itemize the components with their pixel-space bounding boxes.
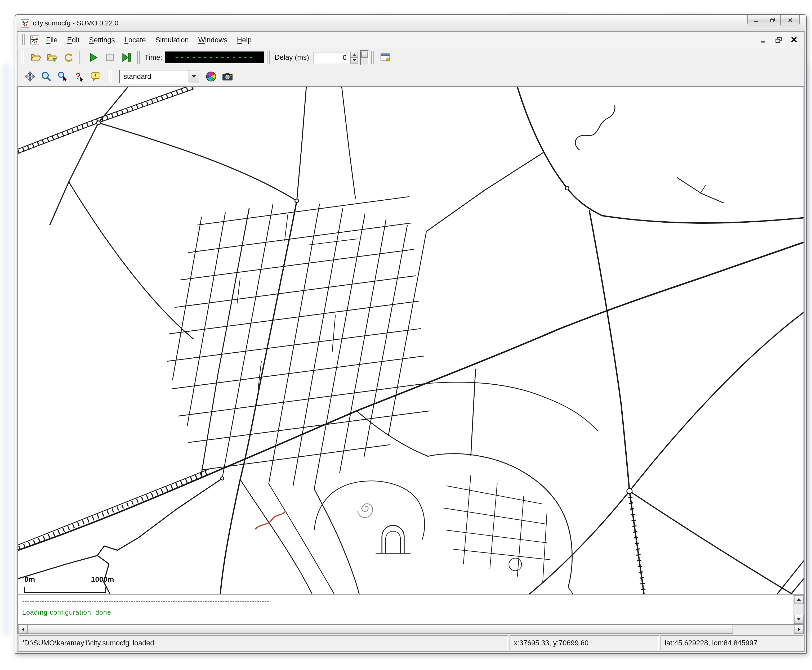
stop-button[interactable] (103, 51, 117, 64)
delay-dial[interactable] (361, 50, 369, 65)
down-arrow-icon (353, 59, 356, 61)
scroll-left-button[interactable] (18, 625, 27, 634)
mdi-minimize-icon (760, 36, 767, 43)
road (285, 215, 288, 241)
delay-increase-button[interactable] (350, 52, 358, 58)
zoom-button[interactable] (40, 70, 53, 83)
scale-end-label: 1000m (91, 575, 114, 584)
delay-input[interactable] (314, 52, 350, 63)
status-latlon-coordinates: lat:45.629228, lon:84.845997 (661, 635, 803, 650)
scroll-down-button[interactable] (794, 615, 804, 624)
mdi-minimize-button[interactable] (758, 35, 769, 44)
road (386, 531, 400, 553)
menu-locate[interactable]: Locate (120, 34, 151, 46)
tooltip-toggle-button[interactable]: ! (89, 70, 102, 83)
horizontal-scroll-track[interactable] (733, 625, 794, 634)
menu-file[interactable]: File (41, 34, 63, 46)
scroll-right-button[interactable] (794, 625, 804, 634)
delay-decrease-button[interactable] (350, 58, 358, 63)
scheme-combobox[interactable]: standard (119, 69, 199, 83)
toolbar-grip[interactable] (22, 34, 26, 45)
menu-windows[interactable]: Windows (193, 34, 232, 46)
play-icon (88, 52, 99, 63)
road (542, 512, 547, 582)
locate-button[interactable] (56, 70, 70, 83)
new-view-icon (380, 52, 391, 63)
menu-help[interactable]: Help (232, 34, 256, 46)
mdi-restore-button[interactable] (773, 35, 784, 44)
road-network-svg[interactable]: 0m1000m (18, 87, 804, 594)
open-network-button[interactable] (46, 51, 59, 64)
log-horizontal-scrollbar[interactable] (17, 624, 804, 634)
open-config-icon (30, 52, 41, 63)
menu-simulation[interactable]: Simulation (151, 34, 193, 46)
step-icon (121, 52, 132, 63)
road (453, 549, 550, 560)
step-button[interactable] (120, 51, 133, 64)
sumo-main-window: city.sumocfg - SUMO 0.22.0 (15, 14, 807, 654)
run-button[interactable] (87, 51, 100, 64)
app-icon (21, 19, 29, 27)
road (426, 382, 598, 431)
recenter-view-button[interactable] (23, 70, 37, 83)
window-close-button[interactable] (780, 15, 800, 25)
mdi-close-icon (790, 36, 798, 43)
road (237, 278, 240, 305)
view-toolbar: ? ! sta (17, 67, 804, 86)
open-config-button[interactable] (29, 51, 42, 64)
road (307, 239, 358, 245)
road (293, 208, 343, 486)
road (356, 411, 428, 456)
locate-icon (57, 71, 68, 82)
road (255, 511, 286, 529)
road (629, 491, 644, 594)
road (602, 215, 804, 223)
road (314, 489, 359, 594)
window-minimize-button[interactable] (748, 15, 765, 25)
scroll-up-button[interactable] (794, 595, 804, 604)
road (220, 201, 297, 594)
color-wheel-icon (205, 71, 217, 82)
snapshot-icon (222, 71, 233, 82)
log-vertical-scrollbar[interactable] (793, 595, 804, 624)
road (775, 560, 804, 594)
menu-edit[interactable]: Edit (63, 34, 85, 46)
status-message: 'D:\SUMO\karamay1\city.sumocfg' loaded. (19, 635, 508, 650)
road (201, 445, 390, 470)
road (789, 578, 804, 594)
message-log[interactable]: ----------------------------------------… (17, 594, 804, 624)
new-view-button[interactable] (379, 51, 392, 64)
toolbar-grip[interactable] (109, 70, 114, 83)
window-restore-button[interactable] (764, 15, 781, 25)
road (197, 197, 409, 225)
menu-settings[interactable]: Settings (84, 34, 120, 46)
road (629, 491, 795, 594)
junction-node (565, 186, 569, 190)
road (509, 558, 522, 571)
dial-thumb[interactable] (361, 52, 368, 58)
road (568, 587, 575, 594)
context-help-button[interactable]: ? (73, 70, 86, 83)
toolbar-grip[interactable] (267, 51, 271, 64)
map-canvas[interactable]: 0m1000m (17, 86, 804, 594)
road (332, 315, 335, 352)
road (188, 223, 412, 252)
toolbar-grip[interactable] (371, 51, 375, 64)
scheme-dropdown-button[interactable] (188, 70, 198, 83)
snapshot-button[interactable] (221, 70, 234, 83)
toolbar-grip[interactable] (137, 51, 141, 64)
junction-node (627, 488, 632, 494)
toolbar-grip[interactable] (21, 51, 25, 64)
road (314, 214, 365, 489)
reload-button[interactable] (62, 51, 75, 64)
road (677, 178, 724, 203)
titlebar[interactable]: city.sumocfg - SUMO 0.22.0 (17, 15, 805, 31)
horizontal-scroll-thumb[interactable] (27, 625, 733, 634)
svg-text:!: ! (95, 72, 97, 78)
mdi-close-button[interactable] (789, 35, 799, 44)
toolbar-grip[interactable] (79, 51, 83, 64)
road (269, 204, 320, 484)
color-scheme-button[interactable] (205, 70, 218, 83)
background-artifact (3, 64, 10, 635)
status-xy-coordinates: x:37695.33, y:70699.60 (510, 635, 659, 650)
